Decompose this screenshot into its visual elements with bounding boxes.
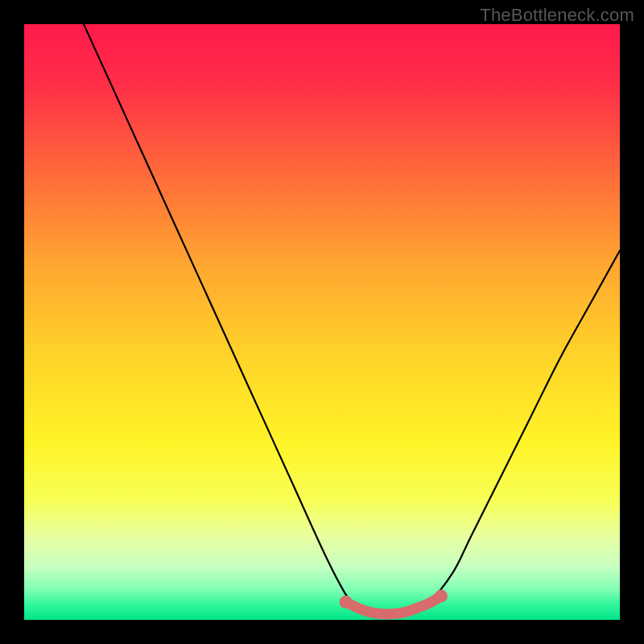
optimal-zone-markers: [346, 596, 441, 614]
plot-area: [24, 24, 620, 620]
watermark-text: TheBottleneck.com: [480, 5, 634, 26]
svg-point-2: [435, 589, 448, 602]
curve-layer: [24, 24, 620, 620]
bottleneck-curve: [84, 24, 620, 614]
chart-stage: TheBottleneck.com: [0, 0, 644, 644]
svg-point-1: [340, 596, 353, 609]
